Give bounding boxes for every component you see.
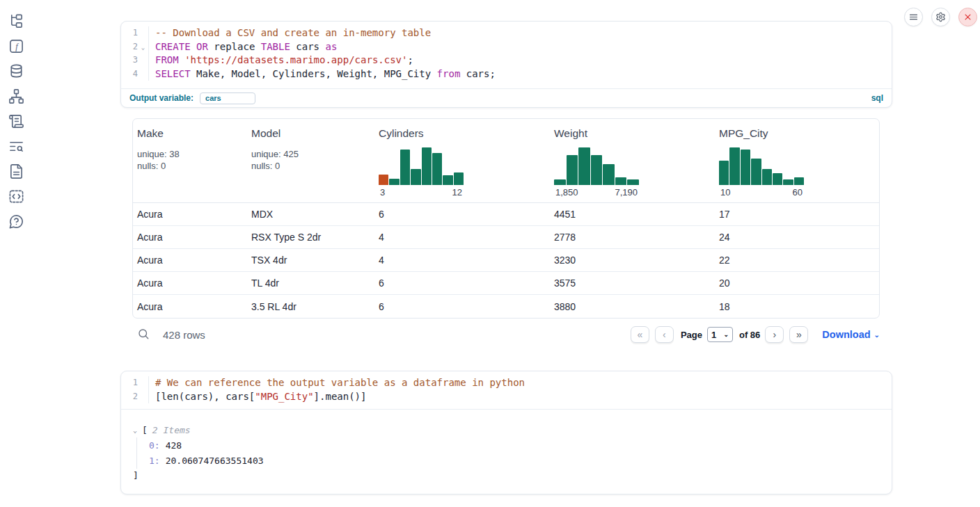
column-header-cylinders[interactable]: Cylinders312 bbox=[374, 119, 550, 202]
table-cell: MDX bbox=[247, 209, 374, 220]
column-header-model[interactable]: Modelunique: 425nulls: 0 bbox=[247, 119, 374, 202]
code-line: 4SELECT Make, Model, Cylinders, Weight, … bbox=[121, 67, 892, 81]
chevron-left-icon: ‹ bbox=[663, 329, 666, 340]
code-token: CREATE bbox=[155, 41, 191, 52]
code-text: # We can reference the output variable a… bbox=[149, 376, 525, 390]
histogram-bar bbox=[400, 150, 410, 185]
table-row[interactable]: Acura3.5 RL 4dr6388018 bbox=[133, 295, 879, 318]
menu-button[interactable] bbox=[904, 8, 923, 26]
shutdown-button[interactable] bbox=[958, 8, 977, 26]
fold-spacer bbox=[138, 67, 148, 81]
histogram-bar bbox=[615, 177, 627, 185]
histogram-bar bbox=[762, 169, 772, 185]
column-header-weight[interactable]: Weight1,8507,190 bbox=[550, 119, 715, 202]
code-text: CREATE OR replace TABLE cars as bbox=[149, 40, 337, 54]
prev-page-button[interactable]: ‹ bbox=[655, 326, 674, 343]
code-text: SELECT Make, Model, Cylinders, Weight, M… bbox=[149, 67, 496, 81]
code-token: OR bbox=[196, 41, 208, 52]
histogram-bar bbox=[578, 147, 590, 185]
table-row[interactable]: AcuraRSX Type S 2dr4277824 bbox=[133, 226, 879, 249]
download-button[interactable]: Download ⌄ bbox=[822, 329, 880, 340]
histogram-bar bbox=[741, 150, 750, 185]
code-token bbox=[191, 41, 196, 52]
histogram[interactable] bbox=[719, 147, 804, 185]
scratchpad-icon[interactable] bbox=[8, 113, 24, 129]
stat-line: unique: 425 bbox=[251, 148, 370, 160]
python-code-editor[interactable]: 1# We can reference the output variable … bbox=[121, 371, 892, 410]
hamburger-icon bbox=[908, 12, 919, 22]
code-token: [len(cars), cars[ bbox=[155, 391, 255, 402]
row-count: 428 rows bbox=[163, 329, 205, 341]
tree-entry-index: 1: bbox=[149, 456, 160, 466]
code-snippets-icon[interactable] bbox=[8, 188, 24, 204]
output-variable-input[interactable] bbox=[200, 92, 255, 104]
first-page-button[interactable]: « bbox=[631, 326, 649, 343]
page-select[interactable]: 1 ⌄ bbox=[707, 327, 733, 342]
next-page-button[interactable]: › bbox=[765, 326, 784, 343]
column-header-mpg_city[interactable]: MPG_City1060 bbox=[715, 119, 879, 202]
table-body: AcuraMDX6445117AcuraRSX Type S 2dr427782… bbox=[133, 203, 879, 318]
line-number: 2 bbox=[121, 390, 138, 404]
table-cell: 6 bbox=[374, 301, 550, 312]
fold-spacer bbox=[138, 26, 148, 40]
histogram-ticks: 1060 bbox=[719, 185, 804, 198]
language-badge[interactable]: sql bbox=[871, 93, 883, 103]
histogram-bar bbox=[411, 169, 420, 185]
collapse-chevron-icon[interactable]: ⌄ bbox=[133, 426, 142, 434]
table-row[interactable]: AcuraTL 4dr6357520 bbox=[133, 272, 879, 295]
column-header-make[interactable]: Makeunique: 38nulls: 0 bbox=[133, 119, 247, 202]
table-cell: 6 bbox=[374, 277, 550, 289]
gutter: 2⌄ bbox=[121, 40, 149, 54]
file-tree-icon[interactable] bbox=[8, 13, 24, 29]
settings-button[interactable] bbox=[931, 8, 950, 26]
table-cell: Acura bbox=[133, 277, 247, 289]
code-text: [len(cars), cars["MPG_City"].mean()] bbox=[149, 390, 366, 404]
table-row[interactable]: AcuraTSX 4dr4323022 bbox=[133, 249, 879, 272]
code-token: Make, Model, Cylinders, Weight, MPG_City bbox=[191, 68, 437, 79]
help-chat-icon[interactable] bbox=[8, 214, 24, 230]
table-cell: 22 bbox=[715, 255, 879, 266]
histogram[interactable] bbox=[379, 147, 464, 185]
column-name: Weight bbox=[554, 127, 711, 140]
gutter: 1 bbox=[121, 26, 149, 40]
chevron-down-icon: ⌄ bbox=[874, 331, 880, 339]
code-token: TABLE bbox=[261, 41, 290, 52]
sql-code-editor[interactable]: 1-- Download a CSV and create an in-memo… bbox=[121, 22, 892, 81]
code-token: cars bbox=[290, 41, 326, 52]
table-cell: 24 bbox=[715, 232, 879, 243]
min-tick-label: 10 bbox=[720, 187, 730, 198]
dependency-graph-icon[interactable] bbox=[8, 88, 24, 104]
fold-spacer bbox=[138, 390, 148, 404]
table-cell: 17 bbox=[715, 209, 879, 220]
table-row[interactable]: AcuraMDX6445117 bbox=[133, 203, 879, 226]
double-chevron-left-icon: « bbox=[638, 329, 643, 340]
chevron-down-icon: ⌄ bbox=[723, 331, 729, 338]
histogram-bar bbox=[454, 172, 464, 185]
function-variables-icon[interactable]: f bbox=[8, 38, 24, 54]
database-icon[interactable] bbox=[8, 63, 24, 79]
code-token: replace bbox=[208, 41, 261, 52]
fold-spacer bbox=[138, 376, 148, 390]
table-footer: 428 rows « ‹ Page 1 ⌄ of 86 › » Download… bbox=[132, 323, 880, 346]
last-page-button[interactable]: » bbox=[789, 326, 808, 343]
table-cell: Acura bbox=[133, 255, 247, 266]
table-cell: Acura bbox=[133, 301, 247, 312]
histogram-bar bbox=[794, 177, 804, 185]
result-table: Makeunique: 38nulls: 0Modelunique: 425nu… bbox=[132, 118, 880, 319]
max-tick-label: 60 bbox=[793, 187, 803, 198]
log-search-icon[interactable] bbox=[8, 138, 24, 154]
histogram-bar bbox=[379, 175, 388, 185]
search-icon[interactable] bbox=[137, 328, 151, 341]
histogram-bar bbox=[773, 173, 782, 185]
histogram[interactable] bbox=[554, 147, 639, 185]
histogram-bar bbox=[719, 161, 729, 185]
code-token bbox=[179, 54, 184, 65]
code-token: # We can reference the output variable a… bbox=[155, 377, 525, 388]
tree-children: 0:4281:20.060747663551403 bbox=[136, 437, 892, 469]
gutter: 1 bbox=[121, 376, 149, 390]
max-tick-label: 12 bbox=[452, 187, 462, 198]
document-icon[interactable] bbox=[8, 163, 24, 179]
close-icon bbox=[963, 12, 973, 22]
code-token: FROM bbox=[155, 54, 179, 65]
tree-entry-index: 0: bbox=[149, 440, 160, 451]
